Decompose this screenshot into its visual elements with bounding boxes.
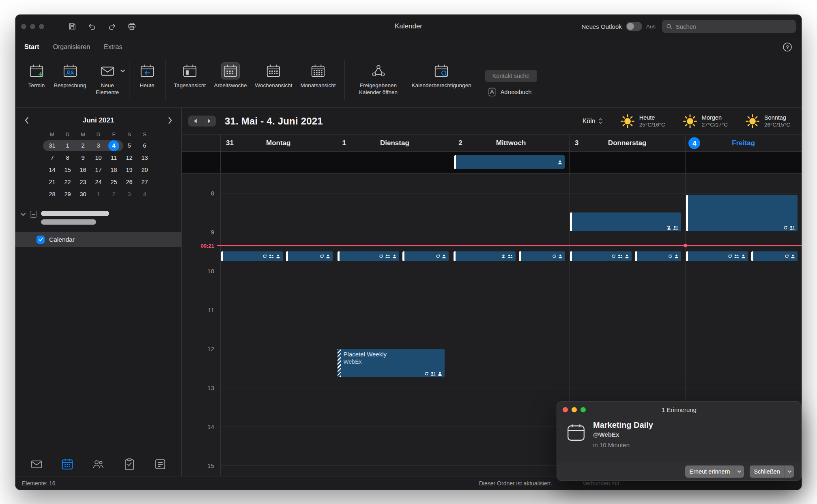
calendar-event[interactable] [635,251,681,261]
dismiss-button[interactable]: Schließen [750,465,794,478]
calendar-event[interactable] [519,251,565,261]
tab-extras[interactable]: Extras [104,43,122,51]
calendar-event[interactable] [286,251,332,261]
weather-location[interactable]: Köln [583,118,603,125]
account-checkbox[interactable] [30,211,37,218]
ribbon-button-tagesansicht[interactable]: Tagesansicht [170,61,210,91]
account-section[interactable] [15,211,181,225]
ribbon-button-adressbuch[interactable]: Adressbuch [485,87,532,97]
calendar-event[interactable] [686,195,798,231]
module-mail[interactable] [30,458,43,471]
calendar-event[interactable] [751,251,798,261]
calendar-event[interactable] [686,251,748,261]
mini-calendar-day[interactable]: 6 [137,139,153,152]
tab-start[interactable]: Start [24,43,39,51]
mini-calendar-next-icon[interactable] [166,117,174,124]
day-header-mittwoch[interactable]: 2Mittwoch [453,135,569,152]
close-button[interactable] [21,24,26,29]
mini-calendar-day[interactable]: 18 [106,164,122,176]
day-header-dienstag[interactable]: 1Dienstag [337,135,453,152]
ribbon-button-wochenansicht[interactable]: Wochenansicht [251,61,296,91]
mini-calendar-day[interactable]: 20 [137,164,153,176]
mini-calendar-day[interactable]: 24 [91,176,106,188]
module-tasks[interactable] [123,458,136,471]
calendar-event[interactable] [338,251,399,261]
mini-calendar-day[interactable]: 4 [106,139,122,152]
undo-icon[interactable] [88,22,97,31]
all-day-event[interactable] [454,155,565,169]
mini-calendar-day[interactable]: 19 [122,164,137,176]
snooze-button[interactable]: Erneut erinnern [685,465,744,478]
next-week-button[interactable] [202,116,216,127]
day-header-donnerstag[interactable]: 3Donnerstag [569,135,686,152]
previous-week-button[interactable] [188,116,202,127]
tasks-icon [123,458,136,471]
mini-calendar-day[interactable]: 21 [45,176,60,188]
reminder-zoom-button[interactable] [580,407,586,412]
mini-calendar-day[interactable]: 9 [75,152,91,164]
minimize-button[interactable] [30,24,35,29]
mini-calendar-day[interactable]: 5 [122,139,137,152]
mini-calendar-day[interactable]: 11 [106,152,122,164]
mini-calendar-day[interactable]: 1 [91,188,106,200]
save-icon[interactable] [68,22,77,31]
calendar-list-item[interactable]: Calendar [15,232,181,247]
ribbon-button-termin[interactable]: Termin [24,61,49,91]
ribbon-button-monatsansicht[interactable]: Monatsansicht [297,61,339,91]
mini-calendar-day[interactable]: 3 [91,139,106,152]
day-header-freitag[interactable]: 4Freitag [685,135,802,152]
mini-calendar-day[interactable]: 2 [106,188,122,200]
search-field[interactable] [662,20,796,33]
mini-calendar-day[interactable]: 7 [45,152,60,164]
calendar-event[interactable]: Placetel WeeklyWebEx [338,349,445,377]
mini-calendar-day[interactable]: 1 [60,139,75,152]
mini-calendar-day[interactable]: 26 [122,176,137,188]
print-icon[interactable] [127,22,136,31]
mini-calendar-day[interactable]: 12 [122,152,137,164]
mini-calendar-day[interactable]: 10 [91,152,106,164]
reminder-close-button[interactable] [563,407,568,412]
mini-calendar-day[interactable]: 22 [60,176,75,188]
tab-organisieren[interactable]: Organisieren [53,43,90,51]
mini-calendar-day[interactable]: 2 [75,139,91,152]
reminder-minimize-button[interactable] [572,407,577,412]
new-outlook-toggle[interactable] [626,22,642,31]
module-notes[interactable] [154,458,167,471]
mini-calendar-day[interactable]: 23 [75,176,91,188]
mini-calendar-day[interactable]: 30 [75,188,91,200]
module-people[interactable] [92,458,105,471]
ribbon-button-arbeitswoche[interactable]: Arbeitswoche [210,61,250,91]
day-header-montag[interactable]: 31Montag [220,135,337,152]
module-calendar[interactable] [61,458,74,471]
mini-calendar-day[interactable]: 13 [137,152,153,164]
ribbon-button-heute[interactable]: Heute [134,61,160,91]
chevron-down-icon[interactable] [20,212,26,217]
ribbon-button-besprechung[interactable]: Besprechung [50,61,90,91]
redo-icon[interactable] [108,22,116,31]
mini-calendar-day[interactable]: 16 [75,164,91,176]
mini-calendar-day[interactable]: 29 [60,188,75,200]
calendar-event[interactable] [402,251,449,261]
ribbon-button-freigegebenen-kalender-ffnen[interactable]: Freigegebenen Kalender öffnen [350,61,407,98]
calendar-event[interactable] [570,212,682,231]
help-icon[interactable]: ? [782,42,793,52]
mini-calendar-day[interactable]: 25 [106,176,122,188]
mini-calendar-day[interactable]: 17 [91,164,106,176]
mini-calendar-day[interactable]: 27 [137,176,153,188]
ribbon-button-kalenderberechtigungen[interactable]: Kalenderberechtigungen [408,61,475,91]
mini-calendar-day[interactable]: 8 [60,152,75,164]
ribbon-button-neue-elemente[interactable]: Neue Elemente [91,61,124,98]
mini-calendar-day[interactable]: 31 [45,139,60,152]
mini-calendar-day[interactable]: 3 [122,188,137,200]
calendar-checkbox[interactable] [37,236,45,244]
mini-calendar-prev-icon[interactable] [23,117,31,124]
calendar-event[interactable] [221,251,283,261]
calendar-event[interactable] [570,251,632,261]
mini-calendar-day[interactable]: 14 [45,164,60,176]
zoom-button[interactable] [39,24,44,29]
calendar-event[interactable] [454,251,515,261]
mini-calendar-day[interactable]: 4 [137,188,153,200]
mini-calendar-day[interactable]: 15 [60,164,75,176]
mini-calendar-day[interactable]: 28 [45,188,60,200]
search-input[interactable] [676,23,792,30]
